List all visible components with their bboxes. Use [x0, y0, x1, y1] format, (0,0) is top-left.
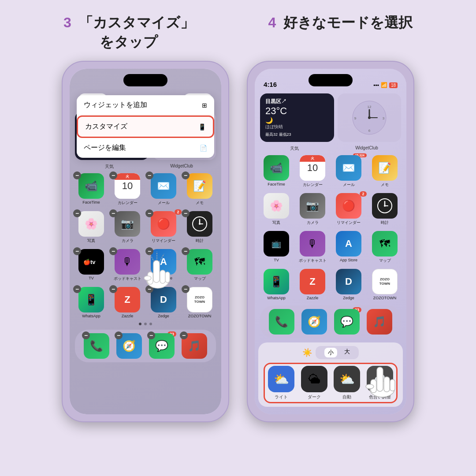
app-photos[interactable]: − 🌸 写真 [75, 211, 108, 244]
dock-phone-minus[interactable]: − [82, 331, 90, 339]
phone2-clock-widget: 12 3 6 9 [338, 93, 401, 142]
app-zazzle[interactable]: − Z Zazzle [111, 287, 144, 318]
app2-zedge-icon: D [336, 269, 361, 294]
app-appstore[interactable]: − A App Store [147, 249, 180, 282]
maps-minus[interactable]: − [182, 247, 190, 255]
app-calendar[interactable]: − 火 10 カレンダー [111, 173, 144, 206]
app-facetime[interactable]: − 📹 FaceTime [75, 173, 108, 206]
reminders-minus[interactable]: − [145, 209, 153, 217]
size-large[interactable]: 大 [344, 348, 350, 357]
app2-mail-icon: ✉️ [336, 155, 361, 181]
app-podcasts[interactable]: − 🎙 ポッドキャスト [111, 249, 144, 282]
menu-edit-page[interactable]: ページを編集 📄 [77, 138, 214, 158]
dock-safari[interactable]: − 🧭 [116, 333, 142, 359]
calendar-minus[interactable]: − [109, 171, 117, 179]
app2-calendar[interactable]: 火 10 カレンダー [296, 155, 329, 188]
mode-auto[interactable]: ⛅ 自動 [332, 366, 362, 400]
appstore-minus[interactable]: − [145, 247, 153, 255]
tv-minus[interactable]: − [73, 247, 81, 255]
menu-customize-icon: 📱 [198, 123, 206, 130]
app2-maps[interactable]: 🗺 マップ [368, 231, 401, 264]
phone2: 4:16 ▪▪▪ 📶 18 目黒区↗ 23°C 🌙 ほぼ快晴 最高32 最低23 [247, 61, 414, 422]
zozo-minus[interactable]: − [182, 285, 190, 293]
app2-zedge[interactable]: D Zedge [332, 269, 365, 300]
podcasts-minus[interactable]: − [109, 247, 117, 255]
phone1-app-row1: − 📹 FaceTime − 火 10 カレンダー [70, 171, 221, 208]
app-reminders[interactable]: − 2 🔴 リマインダー [147, 211, 180, 244]
dock-music-minus[interactable]: − [180, 331, 188, 339]
app2-whatsapp[interactable]: 📱 WhatsApp [260, 269, 293, 300]
mode-grid: ⛅ ライト 🌥 ダーク ⛅ 自動 [264, 363, 398, 403]
mode-dark[interactable]: 🌥 ダーク [300, 366, 329, 400]
whatsapp-minus[interactable]: − [73, 285, 81, 293]
app-notes[interactable]: − 📝 メモ [183, 173, 216, 206]
app2-appstore[interactable]: A App Store [332, 231, 365, 264]
app2-zazzle[interactable]: Z Zazzle [296, 269, 329, 300]
facetime-minus[interactable]: − [73, 171, 81, 179]
photos-minus[interactable]: − [73, 209, 81, 217]
phone2-widget-labels: 天気 WidgetClub [255, 145, 406, 152]
facetime-icon: 📹 [78, 173, 104, 199]
step4-number: 4 [268, 15, 276, 30]
app2-camera-icon: 📷 [300, 193, 325, 219]
size-toggle[interactable]: 小 大 [316, 346, 359, 359]
zazzle-label: Zazzle [122, 314, 134, 318]
clock-minus[interactable]: − [182, 209, 190, 217]
dock2-music[interactable]: 🎵 [367, 309, 392, 335]
menu-customize[interactable]: カスタマイズ 📱 [77, 115, 214, 138]
phone2-weather-temp: 23°C [265, 105, 329, 117]
mode-tint-icon: ☁️ [367, 366, 393, 392]
app2-clock[interactable]: 時計 [368, 193, 401, 226]
app2-mail[interactable]: 25,324 ✉️ メール [332, 155, 365, 188]
step3-header: 3 「カスタマイズ」をタップ [63, 13, 194, 52]
reminders-badge: 2 [175, 209, 182, 215]
svg-text:🍎tv: 🍎tv [83, 258, 96, 266]
app2-notes[interactable]: 📝 メモ [368, 155, 401, 188]
phone2-dock: 📞 🧭 23 💬 🎵 [260, 305, 401, 338]
app-whatsapp[interactable]: − 📱 WhatsApp [75, 287, 108, 318]
zazzle-minus[interactable]: − [109, 285, 117, 293]
app2-camera[interactable]: 📷 カメラ [296, 193, 329, 226]
app-maps[interactable]: − 🗺 マップ [183, 249, 216, 282]
app-zozo[interactable]: − ZOZOTOWN ZOZOTOWN [183, 287, 216, 318]
whatsapp-label: WhatsApp [82, 314, 100, 318]
dock2-messages[interactable]: 23 💬 [334, 309, 360, 335]
app-mail[interactable]: − ✉️ メール [147, 173, 180, 206]
facetime-label: FaceTime [82, 200, 100, 205]
app2-podcasts-label: ポッドキャスト [299, 258, 327, 264]
app-zedge[interactable]: − D Zedge [147, 287, 180, 318]
size-small[interactable]: 小 [324, 348, 337, 357]
phone1-page-dots [70, 321, 221, 327]
camera-minus[interactable]: − [109, 209, 117, 217]
app2-tv[interactable]: 📺 TV [260, 231, 293, 264]
phone2-weather-widget: 目黒区↗ 23°C 🌙 ほぼ快晴 最高32 最低23 [260, 93, 334, 142]
app-camera[interactable]: − 📷 カメラ [111, 211, 144, 244]
mode-tint[interactable]: ☁️ 色合い調整 [365, 366, 395, 400]
phone2-app-row3: 📺 TV 🎙 ポッドキャスト A App Store 🗺 マップ [255, 228, 406, 266]
size-row: ☀️ 小 大 [264, 346, 398, 359]
dock-messages[interactable]: − 23 💬 [149, 333, 175, 359]
app2-zozo[interactable]: ZOZOTOWN ZOZOTOWN [368, 269, 401, 300]
app2-maps-icon: 🗺 [372, 231, 398, 257]
notes-minus[interactable]: − [182, 171, 190, 179]
menu-add-widget[interactable]: ウィジェットを追加 ⊞ [77, 95, 214, 115]
zedge-minus[interactable]: − [145, 285, 153, 293]
app2-reminders[interactable]: 2 🔴 リマインダー [332, 193, 365, 226]
phone2-content: 4:16 ▪▪▪ 📶 18 目黒区↗ 23°C 🌙 ほぼ快晴 最高32 最低23 [255, 69, 406, 414]
dock-safari-minus[interactable]: − [115, 331, 123, 339]
dock-messages-minus[interactable]: − [147, 331, 155, 339]
app2-mail-label: メール [343, 182, 355, 188]
app2-photos[interactable]: 🌸 写真 [260, 193, 293, 226]
phone1-widget-labels: 天気 WidgetClub [70, 163, 221, 171]
dock2-safari[interactable]: 🧭 [301, 309, 327, 335]
app-clock[interactable]: − 時計 [183, 211, 216, 244]
dock2-phone[interactable]: 📞 [269, 309, 294, 335]
menu-edit-page-icon: 📄 [200, 145, 207, 152]
mode-light[interactable]: ⛅ ライト [267, 366, 296, 400]
mail-minus[interactable]: − [145, 171, 153, 179]
dock-music[interactable]: − 🎵 [182, 333, 207, 359]
app-tv[interactable]: − 🍎tv TV [75, 249, 108, 282]
app2-facetime[interactable]: 📹 FaceTime [260, 155, 293, 188]
app2-podcasts[interactable]: 🎙 ポッドキャスト [296, 231, 329, 264]
dock-phone[interactable]: − 📞 [84, 333, 109, 359]
